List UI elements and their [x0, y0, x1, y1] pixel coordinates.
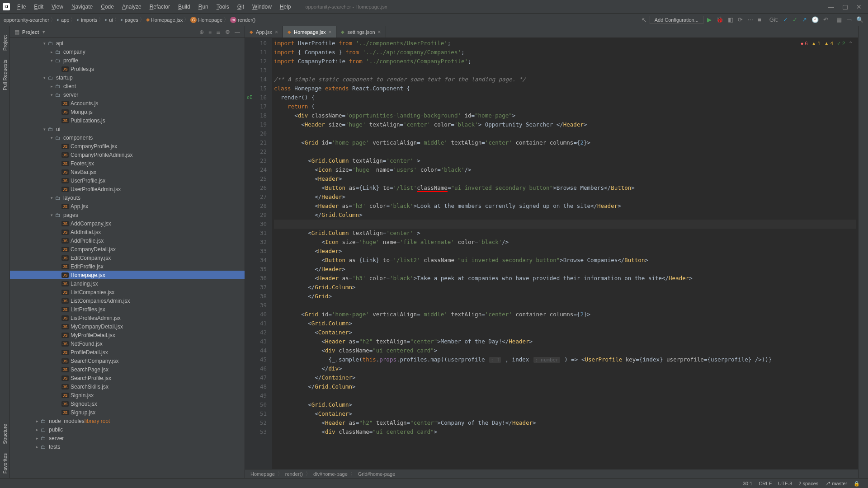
- gutter-line[interactable]: 27: [246, 192, 267, 202]
- gutter-line[interactable]: 21: [246, 138, 267, 147]
- tree-item[interactable]: JSNotFound.jsx: [10, 339, 245, 348]
- editor-gutter[interactable]: 101112131415oI16171819202122232425262728…: [245, 38, 272, 469]
- tree-item[interactable]: JSApp.jsx: [10, 202, 245, 211]
- gutter-line[interactable]: 14: [246, 75, 267, 84]
- tree-item[interactable]: JSProfiles.js: [10, 65, 245, 73]
- code-line[interactable]: <Container>: [274, 328, 856, 337]
- tree-item[interactable]: JSLanding.jsx: [10, 279, 245, 288]
- breadcrumb-root[interactable]: opportunity-searcher: [4, 17, 49, 23]
- tree-item[interactable]: JSSearchSkills.jsx: [10, 382, 245, 391]
- code-line[interactable]: <Header as="h2" textAlign="center">Compa…: [274, 418, 856, 427]
- collapse-all-icon[interactable]: ≣: [216, 29, 221, 35]
- gutter-line[interactable]: 12: [246, 57, 267, 66]
- status-profiler[interactable]: ◔Profiler: [126, 480, 148, 486]
- tree-item[interactable]: ▾🗀components: [10, 133, 245, 142]
- tree-item[interactable]: ▾🗀profile: [10, 56, 245, 65]
- gutter-line[interactable]: 17: [246, 102, 267, 111]
- tree-item[interactable]: ▸🗀public: [10, 425, 245, 434]
- tool-window-quick-access-icon[interactable]: ▢: [4, 480, 8, 486]
- code-line[interactable]: [274, 220, 856, 229]
- editor-tab[interactable]: ◆settings.json×: [336, 26, 386, 38]
- gutter-line[interactable]: 10: [246, 39, 267, 48]
- gutter-line[interactable]: 45: [246, 355, 267, 364]
- project-structure-icon[interactable]: ▤: [835, 16, 843, 23]
- expand-all-icon[interactable]: ≡: [208, 29, 212, 35]
- inspection-expand-icon[interactable]: ⌃: [849, 41, 853, 47]
- crumb-item[interactable]: render(): [285, 471, 303, 477]
- code-line[interactable]: [274, 391, 856, 400]
- crumb-item[interactable]: Homepage: [250, 471, 275, 477]
- code-line[interactable]: import CompanyProfile from '../component…: [274, 57, 856, 66]
- code-line[interactable]: </Header>: [274, 265, 856, 274]
- gutter-line[interactable]: 48: [246, 382, 267, 391]
- gutter-line[interactable]: 37: [246, 283, 267, 292]
- code-line[interactable]: </Grid.Column>: [274, 382, 856, 391]
- tree-item[interactable]: JSCompanyProfileAdmin.jsx: [10, 150, 245, 159]
- gutter-line[interactable]: 31: [246, 229, 267, 238]
- gutter-line[interactable]: 13: [246, 66, 267, 75]
- code-line[interactable]: <div className="ui centered card">: [274, 346, 856, 355]
- code-line[interactable]: import { Companies } from '../../api/com…: [274, 48, 856, 57]
- editor-body[interactable]: 101112131415oI16171819202122232425262728…: [245, 38, 858, 469]
- tree-item[interactable]: ▾🗀pages: [10, 211, 245, 219]
- git-branch[interactable]: ⎇ master: [825, 481, 847, 487]
- tree-item[interactable]: JSSignup.jsx: [10, 408, 245, 417]
- status-problems[interactable]: ⊘Problems: [59, 480, 86, 486]
- gutter-line[interactable]: oI16: [246, 93, 267, 102]
- git-history-icon[interactable]: 🕘: [811, 16, 820, 23]
- tree-item[interactable]: ▸🗀server: [10, 434, 245, 442]
- gutter-line[interactable]: 34: [246, 256, 267, 265]
- tree-item[interactable]: JSCompanyDetail.jsx: [10, 245, 245, 253]
- tree-item[interactable]: JSSearchPage.jsx: [10, 365, 245, 374]
- code-line[interactable]: <Grid.Column textAlign='center' >: [274, 229, 856, 238]
- tree-item[interactable]: JSNavBar.jsx: [10, 168, 245, 176]
- rail-tab-favorites[interactable]: Favorites: [1, 449, 9, 478]
- code-line[interactable]: <Header>: [274, 247, 856, 256]
- breadcrumb-class[interactable]: C Homepage: [190, 17, 222, 23]
- gutter-line[interactable]: 42: [246, 328, 267, 337]
- gutter-line[interactable]: 18: [246, 111, 267, 120]
- minimize-icon[interactable]: —: [828, 3, 834, 10]
- code-line[interactable]: return (: [274, 102, 856, 111]
- menu-refactor[interactable]: Refactor: [146, 2, 174, 12]
- git-update-icon[interactable]: ✓: [782, 16, 789, 23]
- gutter-line[interactable]: 36: [246, 274, 267, 283]
- tree-item[interactable]: ▾🗀api: [10, 39, 245, 47]
- menu-run[interactable]: Run: [195, 2, 212, 12]
- file-encoding[interactable]: UTF-8: [778, 481, 792, 487]
- code-line[interactable]: <Grid id='home-page' verticalAlign='midd…: [274, 310, 856, 319]
- indent-settings[interactable]: 2 spaces: [798, 481, 818, 487]
- tree-item[interactable]: JSSignout.jsx: [10, 399, 245, 408]
- menu-analyze[interactable]: Analyze: [118, 2, 145, 12]
- gutter-line[interactable]: 47: [246, 373, 267, 382]
- maximize-icon[interactable]: ▢: [842, 3, 848, 10]
- code-line[interactable]: <Header size='huge' textAlign='center' c…: [274, 120, 856, 129]
- menu-help[interactable]: Help: [276, 2, 295, 12]
- tree-item[interactable]: JSProfileDetail.jsx: [10, 348, 245, 357]
- tree-item[interactable]: JSUserProfile.jsx: [10, 176, 245, 185]
- menu-navigate[interactable]: Navigate: [68, 2, 96, 12]
- tree-item[interactable]: JSAddInitial.jsx: [10, 228, 245, 236]
- editor-tab[interactable]: ◆App.jsx×: [245, 26, 283, 38]
- code-line[interactable]: </Grid.Column>: [274, 211, 856, 220]
- code-line[interactable]: <Icon size='huge' name='users' color='bl…: [274, 165, 856, 174]
- tab-close-icon[interactable]: ×: [275, 29, 278, 35]
- tree-item[interactable]: JSSearchCompany.jsx: [10, 357, 245, 365]
- tree-item[interactable]: ▾🗀server: [10, 90, 245, 99]
- menu-edit[interactable]: Edit: [30, 2, 47, 12]
- code-line[interactable]: [274, 301, 856, 310]
- tree-item[interactable]: ▸🗀node_modules library root: [10, 417, 245, 425]
- menu-tools[interactable]: Tools: [213, 2, 233, 12]
- tree-item[interactable]: JSMyProfileDetail.jsx: [10, 331, 245, 339]
- search-everywhere-icon[interactable]: 🔍: [855, 16, 864, 23]
- gutter-line[interactable]: 22: [246, 147, 267, 156]
- tree-item[interactable]: ▸🗀company: [10, 47, 245, 56]
- gutter-line[interactable]: 11: [246, 48, 267, 57]
- gutter-line[interactable]: 46: [246, 364, 267, 373]
- tree-item[interactable]: JSAddCompany.jsx: [10, 219, 245, 228]
- code-line[interactable]: {_.sample(this.props.profiles.map((userp…: [274, 355, 856, 364]
- tree-item[interactable]: JSMyCompanyDetail.jsx: [10, 322, 245, 331]
- tree-item[interactable]: ▸🗀tests: [10, 442, 245, 451]
- code-line[interactable]: <Grid.Column textAlign='center' >: [274, 156, 856, 165]
- code-line[interactable]: <Grid.Column>: [274, 319, 856, 328]
